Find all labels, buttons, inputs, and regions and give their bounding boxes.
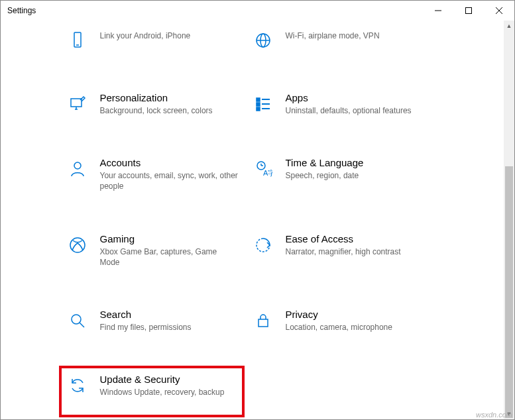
- scroll-thumb[interactable]: [505, 166, 513, 418]
- tile-title: Search: [100, 309, 239, 320]
- svg-rect-13: [257, 103, 260, 106]
- apps-icon: [253, 93, 274, 115]
- close-button[interactable]: [484, 1, 514, 21]
- tile-desc: Find my files, permissions: [100, 322, 239, 333]
- tile-time-language[interactable]: A字 Time & Language Speech, region, date: [253, 149, 438, 199]
- search-icon: [67, 310, 88, 331]
- svg-point-24: [72, 315, 81, 324]
- minimize-button[interactable]: [423, 1, 453, 21]
- svg-line-25: [80, 323, 84, 327]
- svg-rect-26: [258, 319, 268, 327]
- svg-rect-1: [466, 8, 472, 14]
- tile-title: Privacy: [286, 309, 425, 320]
- brush-icon: [67, 93, 88, 115]
- person-icon: [67, 158, 88, 180]
- tile-desc: Speech, region, date: [286, 170, 425, 181]
- tile-desc: Your accounts, email, sync, work, other …: [100, 170, 239, 191]
- tile-desc: Xbox Game Bar, captures, Game Mode: [100, 246, 239, 268]
- tile-desc: Location, camera, microphone: [286, 322, 425, 333]
- tile-network[interactable]: Wi-Fi, airplane mode, VPN: [253, 21, 438, 59]
- svg-point-18: [74, 162, 81, 169]
- tile-title: Update & Security: [100, 374, 231, 385]
- tile-title: Apps: [286, 92, 425, 103]
- globe-icon: [253, 30, 274, 51]
- window-title: Settings: [7, 6, 36, 15]
- tile-title: Time & Language: [286, 157, 425, 168]
- settings-window: Settings Lin: [0, 0, 515, 420]
- tile-apps[interactable]: Apps Uninstall, defaults, optional featu…: [253, 84, 438, 124]
- scroll-up-button[interactable]: ▲: [504, 21, 514, 31]
- ease-of-access-icon: [253, 235, 274, 256]
- tile-title: Personalization: [100, 92, 239, 103]
- svg-rect-12: [257, 98, 260, 101]
- tile-update-security[interactable]: Update & Security Windows Update, recove…: [59, 366, 245, 417]
- vertical-scrollbar[interactable]: ▲ ▼: [504, 21, 514, 419]
- tile-desc: Narrator, magnifier, high contrast: [286, 246, 425, 257]
- settings-grid: Link your Android, iPhone Wi-Fi, airplan…: [67, 21, 438, 417]
- tile-desc: Wi-Fi, airplane mode, VPN: [286, 30, 425, 41]
- tile-ease-of-access[interactable]: Ease of Access Narrator, magnifier, high…: [253, 225, 438, 276]
- maximize-button[interactable]: [453, 1, 484, 21]
- titlebar: Settings: [1, 1, 514, 21]
- content-area: Link your Android, iPhone Wi-Fi, airplan…: [1, 21, 514, 419]
- svg-rect-14: [257, 107, 260, 111]
- sync-icon: [67, 375, 88, 396]
- svg-text:A字: A字: [263, 169, 272, 177]
- tile-accounts[interactable]: Accounts Your accounts, email, sync, wor…: [67, 149, 253, 199]
- tile-title: Accounts: [100, 157, 239, 168]
- window-controls: [423, 1, 514, 21]
- tile-desc: Windows Update, recovery, backup: [100, 387, 231, 397]
- tile-title: Gaming: [100, 233, 239, 244]
- lock-icon: [253, 310, 274, 331]
- tile-desc: Uninstall, defaults, optional features: [286, 105, 425, 116]
- tile-desc: Link your Android, iPhone: [100, 30, 239, 41]
- tile-search[interactable]: Search Find my files, permissions: [67, 301, 253, 341]
- tile-phone[interactable]: Link your Android, iPhone: [67, 21, 253, 59]
- tile-title: Ease of Access: [286, 233, 425, 244]
- time-language-icon: A字: [253, 158, 274, 180]
- watermark: wsxdn.com: [476, 411, 512, 419]
- tile-personalization[interactable]: Personalization Background, lock screen,…: [67, 84, 253, 124]
- phone-icon: [67, 30, 88, 51]
- xbox-icon: [67, 235, 88, 256]
- svg-rect-9: [71, 99, 82, 107]
- tile-desc: Background, lock screen, colors: [100, 105, 239, 116]
- tile-privacy[interactable]: Privacy Location, camera, microphone: [253, 301, 438, 341]
- tile-gaming[interactable]: Gaming Xbox Game Bar, captures, Game Mod…: [67, 225, 253, 276]
